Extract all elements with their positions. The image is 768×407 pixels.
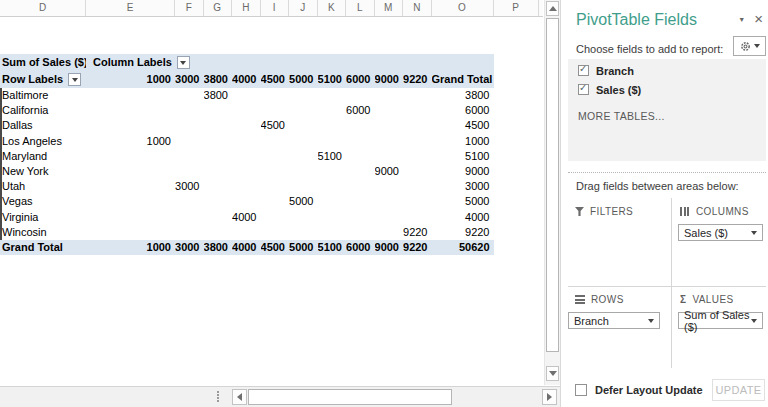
column-header-H[interactable]: H bbox=[232, 0, 261, 16]
pivot-value-cell[interactable] bbox=[403, 134, 432, 149]
column-header-J[interactable]: J bbox=[289, 0, 318, 16]
scroll-up-button[interactable] bbox=[546, 1, 559, 16]
pivot-row-label[interactable]: California bbox=[0, 103, 86, 118]
pivot-value-column-header[interactable]: 9000 bbox=[375, 71, 404, 88]
pivot-value-cell[interactable] bbox=[175, 103, 204, 118]
column-header-L[interactable]: L bbox=[346, 0, 375, 16]
pivot-value-cell[interactable] bbox=[232, 103, 261, 118]
pivot-value-cell[interactable] bbox=[175, 118, 204, 133]
scrollbar-resize-grip[interactable] bbox=[217, 391, 219, 402]
pivot-value-cell[interactable] bbox=[232, 225, 261, 240]
column-labels-filter-button[interactable] bbox=[177, 56, 190, 69]
pivot-header-row[interactable]: Sum of Sales ($)Column Labels bbox=[0, 54, 494, 71]
pivot-value-cell[interactable] bbox=[175, 210, 204, 225]
pivot-value-cell[interactable] bbox=[346, 149, 375, 164]
pivot-value-cell[interactable] bbox=[403, 88, 432, 103]
pivot-row-total-cell[interactable]: 9000 bbox=[432, 164, 494, 179]
pivot-value-cell[interactable]: 6000 bbox=[346, 103, 375, 118]
column-header-P[interactable]: P bbox=[494, 0, 539, 16]
grand-total-value-cell[interactable]: 4000 bbox=[232, 240, 261, 255]
grand-total-value-cell[interactable]: 6000 bbox=[346, 240, 375, 255]
pivot-value-cell[interactable] bbox=[175, 134, 204, 149]
pane-close-icon[interactable]: × bbox=[754, 13, 763, 25]
pivot-value-cell[interactable] bbox=[175, 194, 204, 209]
grand-total-value-cell[interactable]: 4500 bbox=[261, 240, 290, 255]
pivot-value-cell[interactable] bbox=[204, 134, 233, 149]
column-header-K[interactable]: K bbox=[318, 0, 347, 16]
horizontal-scrollbar[interactable] bbox=[0, 386, 560, 407]
pivot-value-cell[interactable] bbox=[403, 149, 432, 164]
field-row[interactable]: ✓Branch bbox=[568, 63, 766, 78]
pivot-value-cell[interactable] bbox=[375, 210, 404, 225]
vertical-scrollbar[interactable] bbox=[544, 0, 560, 385]
pivot-value-cell[interactable] bbox=[261, 210, 290, 225]
pivot-value-cell[interactable] bbox=[289, 225, 318, 240]
sheet-canvas[interactable]: Sum of Sales ($)Column LabelsRow Labels1… bbox=[0, 17, 543, 385]
field-label[interactable]: Sales ($) bbox=[596, 84, 641, 96]
pivot-value-cell[interactable] bbox=[346, 225, 375, 240]
grand-total-value-cell[interactable]: 1000 bbox=[86, 240, 175, 255]
pivot-value-cell[interactable] bbox=[346, 118, 375, 133]
pivot-value-cell[interactable]: 5000 bbox=[289, 194, 318, 209]
pivot-value-cell[interactable] bbox=[318, 164, 347, 179]
more-tables-link[interactable]: MORE TABLES... bbox=[578, 110, 665, 122]
pivot-value-cell[interactable] bbox=[86, 88, 175, 103]
pivot-value-cell[interactable] bbox=[86, 103, 175, 118]
pivot-value-cell[interactable] bbox=[403, 179, 432, 194]
pivot-value-cell[interactable] bbox=[318, 225, 347, 240]
pivot-value-cell[interactable] bbox=[204, 210, 233, 225]
field-checkbox-sales-[interactable]: ✓ bbox=[578, 84, 589, 95]
column-header-F[interactable]: F bbox=[175, 0, 204, 16]
pivot-value-column-header[interactable]: 5100 bbox=[318, 71, 347, 88]
pivot-row[interactable]: Utah30003000 bbox=[0, 179, 494, 194]
pivot-value-cell[interactable] bbox=[232, 134, 261, 149]
pivot-value-cell[interactable] bbox=[175, 88, 204, 103]
pivot-value-cell[interactable] bbox=[261, 164, 290, 179]
pivot-value-cell[interactable] bbox=[86, 149, 175, 164]
pivot-value-cell[interactable] bbox=[375, 118, 404, 133]
column-header-D[interactable]: D bbox=[0, 0, 86, 16]
pivot-header-row2[interactable]: Row Labels100030003800400045005000510060… bbox=[0, 71, 494, 88]
scroll-left-button[interactable] bbox=[232, 389, 247, 405]
pivot-value-cell[interactable] bbox=[232, 88, 261, 103]
pivot-value-cell[interactable] bbox=[289, 118, 318, 133]
pivot-value-cell[interactable] bbox=[261, 103, 290, 118]
pivot-value-cell[interactable] bbox=[403, 194, 432, 209]
pivot-value-cell[interactable] bbox=[261, 134, 290, 149]
pane-options-arrow-icon[interactable]: ▼ bbox=[738, 16, 745, 23]
pivot-row[interactable]: Wincosin92209220 bbox=[0, 225, 494, 240]
pivot-value-cell[interactable] bbox=[204, 103, 233, 118]
pivot-value-column-header[interactable]: 4500 bbox=[261, 71, 290, 88]
pivot-value-column-header[interactable]: 5000 bbox=[289, 71, 318, 88]
scroll-right-button[interactable] bbox=[542, 389, 557, 405]
pivot-row-label[interactable]: Dallas bbox=[0, 118, 86, 133]
pivot-row[interactable]: Baltimore38003800 bbox=[0, 88, 494, 103]
pivot-value-cell[interactable] bbox=[403, 118, 432, 133]
pivot-value-cell[interactable] bbox=[318, 210, 347, 225]
pivot-value-cell[interactable]: 9000 bbox=[375, 164, 404, 179]
pivot-value-cell[interactable] bbox=[318, 103, 347, 118]
horizontal-scrollbar-thumb[interactable] bbox=[248, 389, 452, 405]
pivot-value-cell[interactable] bbox=[204, 118, 233, 133]
grand-total-value-cell[interactable]: 9000 bbox=[375, 240, 404, 255]
pivot-grand-total-header[interactable]: Grand Total bbox=[432, 71, 494, 88]
pivot-value-cell[interactable] bbox=[86, 164, 175, 179]
pivot-row-label[interactable]: Baltimore bbox=[0, 88, 86, 103]
pivot-value-cell[interactable] bbox=[375, 149, 404, 164]
grand-total-value-cell[interactable]: 5000 bbox=[289, 240, 318, 255]
pivot-value-cell[interactable] bbox=[346, 88, 375, 103]
pivot-value-cell[interactable] bbox=[346, 194, 375, 209]
pivot-value-cell[interactable] bbox=[289, 164, 318, 179]
pivot-value-cell[interactable] bbox=[289, 210, 318, 225]
pivot-row-total-cell[interactable]: 5000 bbox=[432, 194, 494, 209]
pivot-value-cell[interactable] bbox=[232, 164, 261, 179]
pivot-value-cell[interactable] bbox=[375, 179, 404, 194]
update-button[interactable]: UPDATE bbox=[712, 379, 765, 401]
pivot-value-cell[interactable] bbox=[204, 179, 233, 194]
grand-total-value-cell[interactable]: 3000 bbox=[175, 240, 204, 255]
pivot-value-column-header[interactable]: 9220 bbox=[403, 71, 432, 88]
pivot-value-cell[interactable] bbox=[261, 225, 290, 240]
pivot-row[interactable]: Virginia40004000 bbox=[0, 210, 494, 225]
column-header-E[interactable]: E bbox=[86, 0, 175, 16]
grand-total-value-cell[interactable]: 3800 bbox=[204, 240, 233, 255]
